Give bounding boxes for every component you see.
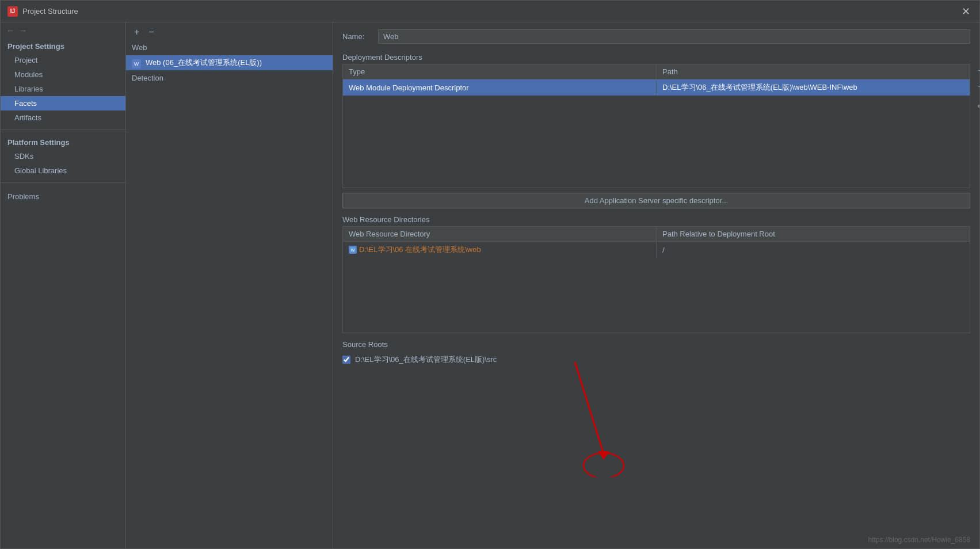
- remove-deployment-button[interactable]: −: [975, 80, 979, 94]
- app-icon: IJ: [7, 6, 18, 17]
- facet-tree-item-label: Web (06_在线考试管理系统(EL版)): [146, 58, 262, 68]
- web-dir-cell: W D:\EL学习\06 在线考试管理系统\web: [343, 242, 657, 258]
- sidebar-divider-2: [1, 182, 125, 183]
- source-root-path: D:\EL学习\06_在线考试管理系统(EL版)\src: [355, 354, 497, 365]
- source-roots-title: Source Roots: [333, 338, 979, 351]
- facet-tree-item-web[interactable]: W Web (06_在线考试管理系统(EL版)): [126, 55, 333, 70]
- facet-type-label: Web: [126, 42, 333, 55]
- name-input[interactable]: [378, 29, 970, 44]
- sidebar-item-global-libraries[interactable]: Global Libraries: [1, 163, 125, 178]
- web-resource-row[interactable]: W D:\EL学习\06 在线考试管理系统\web /: [343, 242, 970, 258]
- deployment-descriptors-title: Deployment Descriptors: [333, 51, 979, 64]
- back-arrow[interactable]: ←: [6, 26, 14, 35]
- title-bar: IJ Project Structure ✕: [1, 1, 979, 22]
- add-web-resource-button[interactable]: +: [978, 226, 979, 240]
- source-roots-row: D:\EL学习\06_在线考试管理系统(EL版)\src: [333, 351, 979, 368]
- sidebar-item-artifacts[interactable]: Artifacts: [1, 110, 125, 125]
- nav-arrows: ← →: [1, 22, 125, 39]
- deployment-descriptors-table: Type Path Web Module Deployment Descript…: [342, 64, 970, 188]
- web-resource-table-empty: [343, 258, 970, 333]
- web-resource-table: Web Resource Directory Path Relative to …: [342, 226, 970, 333]
- source-root-checkbox[interactable]: [342, 356, 350, 364]
- web-resource-title: Web Resource Directories: [333, 213, 979, 226]
- deployment-table-empty-space: [343, 96, 970, 188]
- web-facet-icon: W: [132, 59, 142, 67]
- edit-deployment-button[interactable]: ✎: [975, 101, 979, 115]
- sidebar-item-libraries[interactable]: Libraries: [1, 82, 125, 96]
- sidebar-item-sdks[interactable]: SDKs: [1, 149, 125, 163]
- project-settings-header: Project Settings: [1, 39, 125, 53]
- svg-line-2: [575, 362, 604, 454]
- web-dir-column-header: Web Resource Directory: [343, 227, 657, 241]
- remove-facet-button[interactable]: −: [146, 26, 156, 39]
- sidebar-item-problems[interactable]: Problems: [1, 188, 125, 204]
- web-resource-actions: + − ?: [978, 226, 979, 318]
- add-descriptor-button[interactable]: Add Application Server specific descript…: [342, 193, 970, 208]
- forward-arrow[interactable]: →: [19, 26, 27, 35]
- add-facet-button[interactable]: +: [132, 26, 142, 39]
- deployment-path-cell: D:\EL学习\06_在线考试管理系统(EL版)\web\WEB-INF\web: [657, 79, 970, 96]
- sidebar-divider: [1, 129, 125, 130]
- sidebar-item-modules[interactable]: Modules: [1, 67, 125, 82]
- name-label: Name:: [342, 32, 371, 41]
- web-path-column-header: Path Relative to Deployment Root: [657, 227, 970, 241]
- svg-text:W: W: [351, 248, 355, 252]
- deployment-descriptor-row[interactable]: Web Module Deployment Descriptor D:\EL学习…: [343, 79, 970, 96]
- web-dir-icon: W: [349, 246, 357, 254]
- detection-label: Detection: [126, 70, 333, 86]
- platform-settings-header: Platform Settings: [1, 135, 125, 149]
- center-toolbar: + −: [126, 22, 333, 42]
- project-structure-window: IJ Project Structure ✕ ← → Project Setti…: [0, 0, 980, 549]
- deployment-table-header: Type Path: [343, 64, 970, 79]
- name-row: Name:: [333, 22, 979, 51]
- url-watermark: https://blog.csdn.net/Howie_6858: [868, 536, 970, 544]
- close-button[interactable]: ✕: [959, 5, 973, 18]
- web-resource-table-header: Web Resource Directory Path Relative to …: [343, 227, 970, 242]
- path-column-header: Path: [657, 64, 970, 79]
- remove-web-resource-button[interactable]: −: [978, 242, 979, 256]
- help-button[interactable]: ?: [978, 304, 979, 318]
- center-panel: + − Web W Web (06_在线考试管理系统(EL版)) Detecti…: [126, 22, 333, 548]
- window-title: Project Structure: [22, 7, 959, 16]
- deployment-type-cell: Web Module Deployment Descriptor: [343, 81, 657, 95]
- svg-marker-4: [598, 451, 609, 460]
- type-column-header: Type: [343, 64, 657, 79]
- svg-point-3: [584, 453, 624, 477]
- web-dir-path: D:\EL学习\06 在线考试管理系统\web: [359, 245, 481, 255]
- add-deployment-button[interactable]: +: [975, 64, 979, 78]
- sidebar-item-project[interactable]: Project: [1, 53, 125, 67]
- right-panel: Name: Deployment Descriptors Type Path W…: [333, 22, 979, 548]
- main-content: ← → Project Settings Project Modules Lib…: [1, 22, 979, 548]
- sidebar-item-facets[interactable]: Facets: [1, 96, 125, 110]
- deployment-actions: + − ✎: [975, 64, 979, 115]
- sidebar: ← → Project Settings Project Modules Lib…: [1, 22, 126, 548]
- web-relative-path-cell: /: [657, 243, 970, 257]
